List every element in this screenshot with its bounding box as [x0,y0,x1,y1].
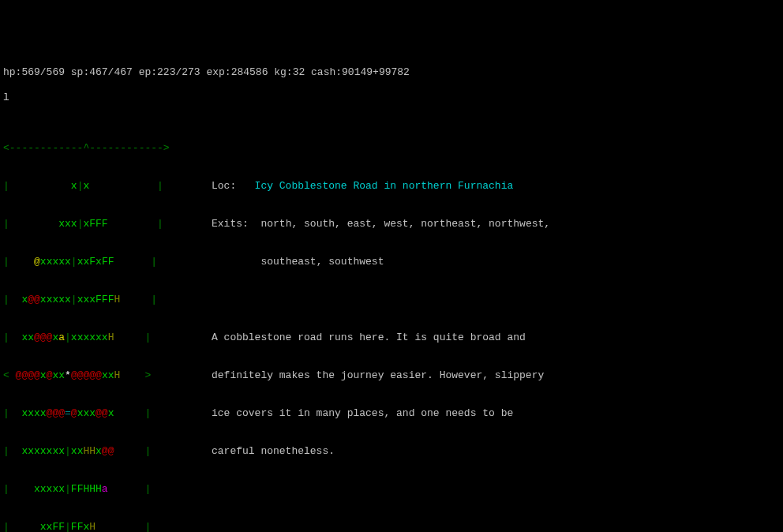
map-cell: xx [21,332,34,343]
map-cell: FFHHH [71,483,102,495]
map-cell: @@ [102,445,114,457]
map-cell: | [65,445,71,457]
map-cell: a [58,332,65,343]
room1-loc: Icy Cobblestone Road in northern Furnach… [255,180,514,192]
map-cell: xxxxx [40,256,71,268]
map-cell: x [40,369,47,381]
map-cell: xx [77,256,90,268]
map-cell: x [96,256,102,268]
map-cell: @@@@ [16,369,40,381]
map-cell: | [114,407,151,419]
map-cell: xx [40,521,53,532]
status-line-1: hp:569/569 sp:467/467 ep:223/273 exp:284… [3,66,783,79]
map-cell: @@ [28,294,40,305]
map-cell: | [96,521,151,532]
map-cell: | [65,332,71,343]
map-cell: xxx [77,294,96,305]
room1-desc4: careful nonetheless. [212,445,335,457]
map-cell: = [65,407,71,419]
map-cell: | [114,332,151,343]
room1-exits1: north, south, east, west, northeast, nor… [260,218,550,230]
map-cell: @ [34,256,40,268]
map-cell: FFF [89,218,107,230]
map-cell: xxx [77,407,96,419]
command-echo-1: l [3,92,783,104]
map1-top: <------------^------------> [3,142,170,154]
map-cell: @@@ [34,332,52,343]
map-cell: xxxxx [34,483,65,495]
room1-desc1: A cobblestone road runs here. It is quit… [212,332,526,343]
map-cell: | [71,294,77,305]
map-cell: FF [102,256,114,268]
map-cell: xxxxxxx [21,445,65,457]
room1-desc3: ice covers it in many places, and one ne… [212,407,513,419]
map-cell: | [3,521,40,532]
map-cell: H [89,521,96,532]
map-cell: > [120,369,151,381]
map-cell: | [3,483,34,495]
map-cell: < [3,369,16,381]
map-cell: | [114,445,151,457]
map-cell: | [65,521,71,532]
map-cell: a [102,483,108,495]
map-cell: x [71,180,77,192]
map-cell: | [108,483,152,495]
loc-label: Loc: [212,180,255,192]
map-cell: | [3,332,21,343]
map-cell: xxxx [21,407,46,419]
map-cell: | [3,294,21,305]
map-cell: x [96,445,102,457]
map-cell: | [3,256,34,268]
map-cell: | [3,218,58,230]
room1-exits2: southeast, southwest [260,256,384,268]
map-cell: xxxxxx [71,332,108,343]
map-cell: F [89,256,96,268]
map-cell: | [65,483,71,495]
map-cell: @@@@@ [71,369,102,381]
map-cell: xx [102,369,114,381]
player-marker: * [65,369,71,381]
map-cell: xx [71,445,84,457]
map-cell: @@ [96,407,108,419]
map-cell: | [71,256,77,268]
map-cell: FF [71,521,84,532]
room1-desc2: definitely makes the journey easier. How… [212,369,544,381]
map-cell: FFF [96,294,114,305]
map-cell: | [3,180,71,192]
map-cell: xx [52,369,65,381]
room-block-1: <------------^------------> [3,142,783,155]
exits-label: Exits: [212,218,260,230]
map-cell: HH [83,445,96,457]
map-cell: xxxxx [40,294,71,305]
map-cell: | [3,445,21,457]
map-cell: | [89,180,163,192]
map-cell: | [114,256,158,268]
map-cell: | [120,294,157,305]
map-cell: xxx [58,218,77,230]
map-cell: @ [71,407,77,419]
map-cell: FF [52,521,65,532]
map-cell: | [108,218,163,230]
map-cell: | [3,407,21,419]
map-cell: @@@ [47,407,65,419]
